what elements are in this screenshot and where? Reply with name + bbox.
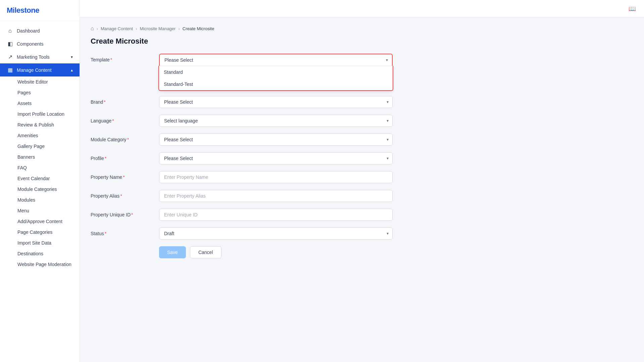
sidebar-item-pages[interactable]: Pages — [0, 87, 80, 98]
sidebar-item-website-page-moderation[interactable]: Website Page Moderation — [0, 259, 80, 270]
sidebar-item-modules[interactable]: Modules — [0, 195, 80, 205]
property-unique-id-input[interactable] — [159, 209, 393, 221]
create-microsite-form: Template* Please Select ▾ Standard Stand… — [91, 54, 393, 258]
property-unique-id-field — [159, 209, 393, 221]
sidebar-item-import-site-data[interactable]: Import Site Data — [0, 238, 80, 248]
sub-nav-label: Gallery Page — [17, 144, 45, 149]
profile-label: Profile* — [91, 152, 151, 161]
sub-nav-label: Import Site Data — [17, 240, 51, 246]
sidebar-item-page-categories[interactable]: Page Categories — [0, 227, 80, 238]
breadcrumb-sep-1: › — [97, 26, 98, 31]
status-select[interactable]: Draft Published — [159, 227, 393, 240]
property-unique-id-label: Property Unique ID* — [91, 209, 151, 217]
sub-nav-label: Import Profile Location — [17, 111, 64, 117]
form-row-status: Status* Draft Published ▾ — [91, 227, 393, 240]
template-label: Template* — [91, 54, 151, 62]
property-alias-input[interactable] — [159, 190, 393, 202]
sub-nav-label: Modules — [17, 197, 35, 203]
template-select[interactable]: Please Select ▾ — [159, 54, 393, 66]
sidebar-item-assets[interactable]: Assets — [0, 98, 80, 109]
sidebar-item-gallery-page[interactable]: Gallery Page — [0, 141, 80, 152]
property-name-label: Property Name* — [91, 171, 151, 180]
logo-area: Milestone — [0, 0, 80, 21]
brand-select-wrapper: Please Select ▾ — [159, 96, 393, 108]
sidebar-item-components[interactable]: ◧ Components — [0, 37, 80, 50]
breadcrumb-sep-3: › — [178, 26, 180, 31]
sidebar-item-amenities[interactable]: Amenities — [0, 130, 80, 141]
form-row-template: Template* Please Select ▾ Standard Stand… — [91, 54, 393, 66]
brand-select[interactable]: Please Select — [159, 96, 393, 108]
profile-select[interactable]: Please Select — [159, 152, 393, 164]
template-option-standard-test[interactable]: Standard-Test — [159, 78, 393, 90]
sidebar-item-add-approve-content[interactable]: Add/Approve Content — [0, 216, 80, 227]
sidebar-item-dashboard[interactable]: ⌂ Dashboard — [0, 24, 80, 37]
sidebar-item-menu[interactable]: Menu — [0, 205, 80, 216]
breadcrumb: ⌂ › Manage Content › Microsite Manager ›… — [91, 25, 633, 32]
module-category-label: Module Category* — [91, 134, 151, 142]
sidebar-item-website-editor[interactable]: Website Editor — [0, 76, 80, 87]
profile-select-wrapper: Please Select ▾ — [159, 152, 393, 164]
sub-nav-label: Page Categories — [17, 229, 52, 235]
module-category-select-wrapper: Please Select ▾ — [159, 134, 393, 146]
form-row-language: Language* Select language ▾ — [91, 115, 393, 127]
sidebar-item-event-calendar[interactable]: Event Calendar — [0, 173, 80, 184]
sidebar-nav: ⌂ Dashboard ◧ Components ↗ Marketing Too… — [0, 21, 80, 362]
breadcrumb-current: Create Microsite — [183, 26, 214, 31]
module-category-field: Please Select ▾ — [159, 134, 393, 146]
sidebar-item-import-profile-location[interactable]: Import Profile Location — [0, 109, 80, 119]
form-row-module-category: Module Category* Please Select ▾ — [91, 134, 393, 146]
content-area: ⌂ › Manage Content › Microsite Manager ›… — [80, 17, 644, 362]
cancel-button[interactable]: Cancel — [190, 246, 221, 258]
language-select[interactable]: Select language — [159, 115, 393, 127]
sidebar-item-label: Dashboard — [17, 28, 40, 34]
sidebar-item-label: Manage Content — [17, 67, 52, 73]
book-icon[interactable]: 📖 — [629, 5, 636, 12]
sidebar-item-banners[interactable]: Banners — [0, 152, 80, 162]
sub-nav-label: Menu — [17, 208, 29, 213]
home-icon[interactable]: ⌂ — [91, 25, 94, 32]
sub-nav-label: Assets — [17, 101, 32, 106]
manage-content-icon: ▦ — [7, 67, 13, 73]
module-category-select[interactable]: Please Select — [159, 134, 393, 146]
property-name-input[interactable] — [159, 171, 393, 183]
sub-nav-label: Module Categories — [17, 187, 57, 192]
template-select-wrapper: Please Select ▾ Standard Standard-Test — [159, 54, 393, 66]
template-field: Please Select ▾ Standard Standard-Test — [159, 54, 393, 66]
chevron-down-icon: ▾ — [71, 55, 73, 59]
manage-content-subnav: Website Editor Pages Assets Import Profi… — [0, 76, 80, 270]
sidebar-item-faq[interactable]: FAQ — [0, 162, 80, 173]
sidebar-item-manage-content[interactable]: ▦ Manage Content ▴ — [0, 63, 80, 76]
status-label: Status* — [91, 227, 151, 236]
sidebar-item-review-publish[interactable]: Review & Publish — [0, 119, 80, 130]
main-area: 📖 ⌂ › Manage Content › Microsite Manager… — [80, 0, 644, 362]
sub-nav-label: Destinations — [17, 251, 43, 256]
sub-nav-label: Add/Approve Content — [17, 219, 62, 224]
breadcrumb-manage-content[interactable]: Manage Content — [101, 26, 133, 31]
sidebar-item-marketing-tools[interactable]: ↗ Marketing Tools ▾ — [0, 50, 80, 63]
sub-nav-label: Pages — [17, 90, 31, 95]
form-row-property-unique-id: Property Unique ID* — [91, 209, 393, 221]
breadcrumb-sep-2: › — [136, 26, 137, 31]
brand-field: Please Select ▾ — [159, 96, 393, 108]
status-field: Draft Published ▾ — [159, 227, 393, 240]
sub-nav-label: Amenities — [17, 133, 38, 138]
template-option-standard[interactable]: Standard — [159, 66, 393, 78]
status-select-wrapper: Draft Published ▾ — [159, 227, 393, 240]
sidebar-item-destinations[interactable]: Destinations — [0, 248, 80, 259]
template-chevron-icon: ▾ — [386, 58, 388, 62]
sub-nav-label: Website Editor — [17, 79, 48, 85]
brand-label: Brand* — [91, 96, 151, 105]
profile-field: Please Select ▾ — [159, 152, 393, 164]
property-name-field — [159, 171, 393, 183]
language-field: Select language ▾ — [159, 115, 393, 127]
form-row-profile: Profile* Please Select ▾ — [91, 152, 393, 164]
page-title: Create Microsite — [91, 37, 633, 46]
sidebar-item-label: Components — [17, 41, 43, 47]
sidebar: Milestone ⌂ Dashboard ◧ Components ↗ Mar… — [0, 0, 80, 362]
sidebar-item-module-categories[interactable]: Module Categories — [0, 184, 80, 195]
sub-nav-label: Event Calendar — [17, 176, 50, 181]
save-button[interactable]: Save — [159, 246, 186, 258]
app-logo: Milestone — [7, 6, 39, 14]
property-alias-label: Property Alias* — [91, 190, 151, 199]
breadcrumb-microsite-manager[interactable]: Microsite Manager — [140, 26, 176, 31]
